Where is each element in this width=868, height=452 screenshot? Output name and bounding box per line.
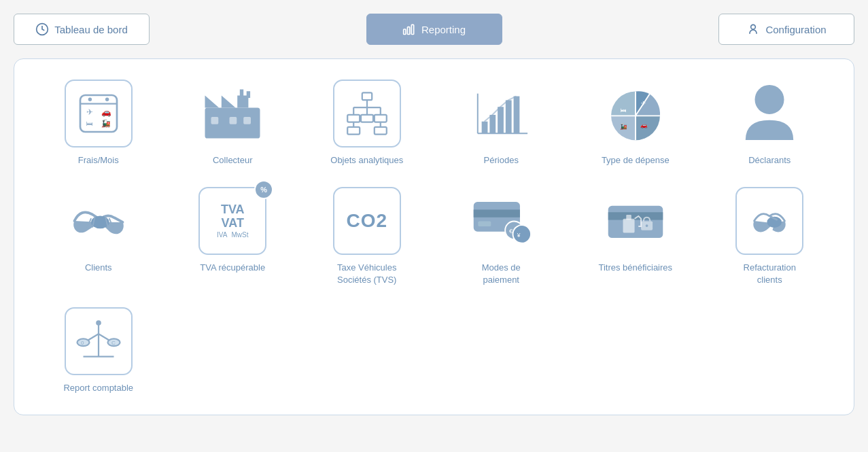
svg-text:🚗: 🚗 xyxy=(640,122,648,129)
co2-icon-box: CO2 xyxy=(333,187,401,255)
analytique-item[interactable]: Objets analytiques xyxy=(303,80,431,167)
svg-rect-64 xyxy=(608,206,663,238)
type-depense-item[interactable]: ✈ 🚗 🛏 🚂 Type de dépense xyxy=(572,80,699,167)
clients-icon-box xyxy=(65,187,133,255)
svg-rect-16 xyxy=(240,89,243,98)
tva-label: TVA récupérable xyxy=(200,262,265,274)
svg-text:¥: ¥ xyxy=(517,232,521,239)
svg-rect-18 xyxy=(211,117,219,124)
report-comptable-item[interactable]: 0 C Report comptable xyxy=(35,307,162,394)
svg-rect-21 xyxy=(362,92,372,100)
top-navigation: Tableau de bord Reporting Configuration xyxy=(14,14,854,45)
periodes-icon-box xyxy=(467,80,535,147)
type-depense-label: Type de dépense xyxy=(602,154,670,167)
modes-paiement-item[interactable]: € ¥ Modes depaiement xyxy=(438,187,566,286)
svg-text:€: € xyxy=(509,228,513,235)
tva-vat-text: VAT xyxy=(222,217,244,230)
svg-marker-13 xyxy=(205,95,220,107)
svg-rect-36 xyxy=(482,122,488,134)
tva-sub-text: IVAMwSt xyxy=(217,231,248,239)
modes-icon-box: € ¥ xyxy=(467,187,535,255)
svg-point-61 xyxy=(513,225,532,243)
svg-marker-14 xyxy=(222,95,236,107)
frais-mois-label: Frais/Mois xyxy=(78,154,119,167)
main-panel: ✈ 🚗 🛏 🚂 Frais/Mois xyxy=(14,58,854,415)
frais-mois-item[interactable]: ✈ 🚗 🛏 🚂 Frais/Mois xyxy=(35,80,162,167)
svg-rect-28 xyxy=(361,115,373,122)
svg-rect-1 xyxy=(407,27,409,35)
collecteur-label: Collecteur xyxy=(213,154,253,167)
clients-item[interactable]: Clients xyxy=(35,187,162,286)
tva-percent-badge: % xyxy=(254,180,273,199)
periodes-label: Périodes xyxy=(484,154,519,167)
report-label: Report comptable xyxy=(63,382,133,394)
svg-rect-4 xyxy=(80,95,117,132)
svg-rect-39 xyxy=(506,100,512,133)
svg-rect-29 xyxy=(375,115,387,122)
refacturation-icon-box xyxy=(735,187,803,255)
configuration-label: Configuration xyxy=(765,24,826,35)
tva-main-text: TVA xyxy=(221,203,245,217)
svg-rect-0 xyxy=(404,29,406,35)
svg-rect-17 xyxy=(247,91,250,98)
svg-rect-33 xyxy=(375,127,387,135)
declarants-icon-box xyxy=(735,80,803,147)
svg-point-69 xyxy=(645,224,648,227)
frais-mois-icon-box: ✈ 🚗 🛏 🚂 xyxy=(65,80,133,147)
svg-text:🛏: 🛏 xyxy=(620,106,626,113)
svg-text:🚂: 🚂 xyxy=(101,119,110,128)
taxe-vehicules-label: Taxe VéhiculesSociétés (TVS) xyxy=(337,262,396,286)
declarants-label: Déclarants xyxy=(748,154,791,167)
titres-item[interactable]: Titres bénéficiaires xyxy=(572,187,699,286)
svg-rect-66 xyxy=(623,219,634,233)
titres-icon-box xyxy=(602,187,670,255)
svg-rect-40 xyxy=(514,97,520,134)
periodes-item[interactable]: Périodes xyxy=(438,80,566,167)
tva-item[interactable]: % TVA VAT IVAMwSt TVA récupérable xyxy=(169,187,297,286)
svg-text:0: 0 xyxy=(81,340,84,346)
collecteur-item[interactable]: Collecteur xyxy=(169,80,297,167)
svg-rect-59 xyxy=(479,222,491,227)
tableau-de-bord-button[interactable]: Tableau de bord xyxy=(14,14,150,45)
svg-point-51 xyxy=(755,85,784,114)
svg-text:✈: ✈ xyxy=(86,107,93,116)
svg-rect-19 xyxy=(230,117,237,124)
svg-rect-58 xyxy=(474,210,520,218)
analytique-icon-box xyxy=(333,80,401,147)
svg-rect-20 xyxy=(243,117,251,124)
titres-label: Titres bénéficiaires xyxy=(598,262,672,274)
type-depense-icon-box: ✈ 🚗 🛏 🚂 xyxy=(602,80,670,147)
co2-text: CO2 xyxy=(346,210,387,232)
reporting-button[interactable]: Reporting xyxy=(366,14,502,45)
svg-point-6 xyxy=(88,98,91,101)
svg-text:🛏: 🛏 xyxy=(86,120,93,127)
svg-point-3 xyxy=(751,24,756,29)
reporting-label: Reporting xyxy=(421,24,466,35)
icon-grid: ✈ 🚗 🛏 🚂 Frais/Mois xyxy=(35,80,833,394)
declarants-item[interactable]: Déclarants xyxy=(706,80,834,167)
svg-rect-32 xyxy=(347,127,360,135)
clients-label: Clients xyxy=(85,262,112,274)
refacturation-item[interactable]: Refacturationclients xyxy=(706,187,834,286)
svg-rect-38 xyxy=(498,107,504,133)
svg-text:🚗: 🚗 xyxy=(101,107,111,117)
svg-rect-2 xyxy=(411,24,413,34)
svg-text:🚂: 🚂 xyxy=(619,123,627,131)
svg-text:C: C xyxy=(111,340,116,346)
svg-point-77 xyxy=(97,321,100,324)
tva-icon-box: % TVA VAT IVAMwSt xyxy=(198,187,266,255)
svg-rect-27 xyxy=(347,115,360,122)
svg-point-7 xyxy=(105,98,109,101)
report-icon-box: 0 C xyxy=(65,307,133,375)
refacturation-label: Refacturationclients xyxy=(744,262,796,286)
analytique-label: Objets analytiques xyxy=(330,154,403,167)
collecteur-icon-box xyxy=(198,80,266,147)
taxe-vehicules-item[interactable]: CO2 Taxe VéhiculesSociétés (TVS) xyxy=(303,187,431,286)
modes-paiement-label: Modes depaiement xyxy=(482,262,521,286)
svg-text:✈: ✈ xyxy=(641,99,646,107)
svg-rect-67 xyxy=(626,215,631,220)
svg-rect-37 xyxy=(490,115,496,133)
tableau-label: Tableau de bord xyxy=(54,24,128,35)
configuration-button[interactable]: Configuration xyxy=(718,14,854,45)
